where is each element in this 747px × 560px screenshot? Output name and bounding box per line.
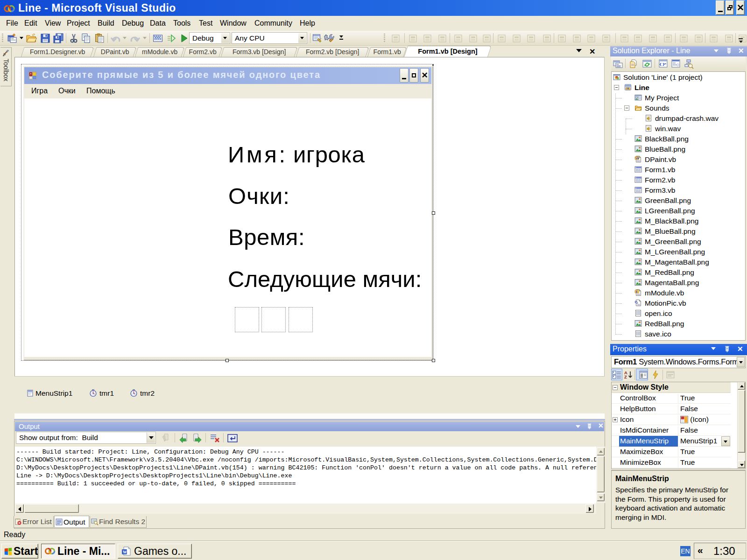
svg-text:Z: Z <box>624 374 627 379</box>
svg-text:W: W <box>123 550 127 554</box>
